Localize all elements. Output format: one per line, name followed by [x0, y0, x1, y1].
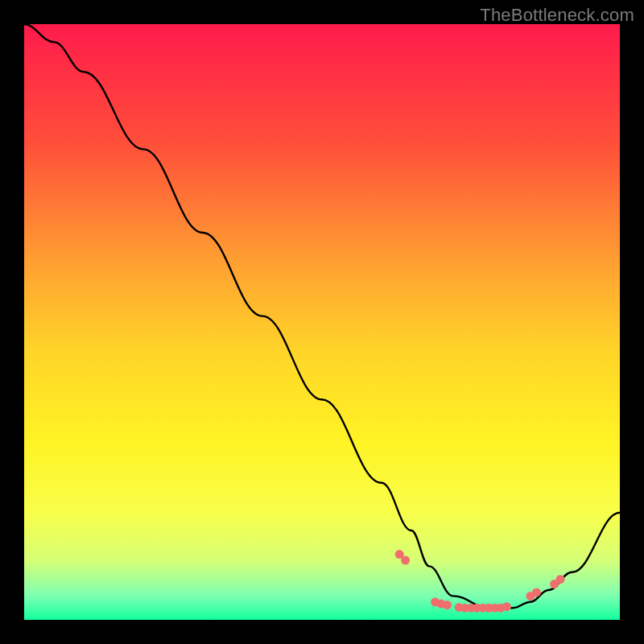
chart-frame: [24, 24, 620, 620]
watermark-text: TheBottleneck.com: [480, 5, 634, 26]
data-point: [556, 575, 565, 584]
data-point: [443, 601, 452, 609]
data-point: [401, 556, 410, 565]
data-point: [532, 588, 541, 597]
gradient-bg: [24, 24, 620, 620]
data-point: [502, 602, 511, 611]
chart-plot: [24, 24, 620, 620]
